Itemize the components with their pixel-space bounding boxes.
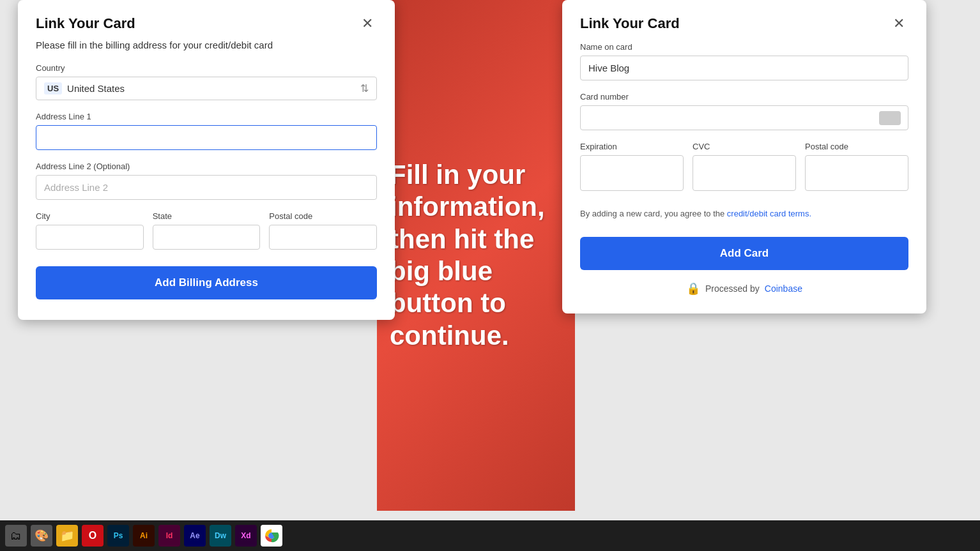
cvc-group: CVC (693, 142, 796, 191)
address2-label: Address Line 2 (Optional) (36, 162, 377, 171)
postal-input-left[interactable] (269, 225, 377, 250)
files-icon[interactable]: 🗂 (5, 525, 27, 547)
ae-icon[interactable]: Ae (184, 525, 206, 547)
billing-address-modal: Link Your Card ✕ Please fill in the bill… (18, 0, 395, 320)
illustrator-icon[interactable]: Ai (133, 525, 155, 547)
address1-group: Address Line 1 (36, 112, 377, 150)
modal-right-title: Link Your Card (580, 15, 680, 32)
expiration-input[interactable] (580, 155, 684, 191)
modal-left-header: Link Your Card ✕ (36, 15, 377, 32)
name-on-card-label: Name on card (580, 42, 908, 52)
taskbar: 🗂 🎨 📁 O Ps Ai Id Ae Dw Xd (0, 520, 980, 551)
address1-label: Address Line 1 (36, 112, 377, 121)
processed-by-section: 🔒 Processed by Coinbase (580, 282, 908, 296)
promo-banner: Fill in your information, then hit the b… (377, 0, 575, 511)
expiration-group: Expiration (580, 142, 684, 191)
card-number-wrapper (580, 105, 908, 130)
card-number-input[interactable] (580, 105, 908, 130)
lock-icon: 🔒 (686, 282, 700, 296)
expiry-cvc-postal-row: Expiration CVC Postal code (580, 142, 908, 202)
card-type-icon (879, 111, 901, 125)
add-billing-address-button[interactable]: Add Billing Address (36, 266, 377, 299)
city-state-postal-row: City State Postal code (36, 211, 377, 261)
city-group: City (36, 211, 144, 250)
opera-icon[interactable]: O (82, 525, 103, 547)
terms-link[interactable]: credit/debit card terms. (727, 209, 811, 218)
modal-right-header: Link Your Card ✕ (580, 15, 908, 32)
expiration-label: Expiration (580, 142, 684, 151)
state-input[interactable] (153, 225, 261, 250)
name-on-card-group: Name on card (580, 42, 908, 80)
cvc-input[interactable] (693, 155, 796, 191)
xd-icon[interactable]: Xd (235, 525, 257, 547)
country-flag: US (44, 82, 62, 94)
country-name: United States (67, 83, 360, 94)
country-select[interactable]: US United States ⇅ (36, 77, 377, 100)
chrome-icon[interactable] (261, 525, 282, 547)
dw-icon[interactable]: Dw (210, 525, 231, 547)
postal-input-right[interactable] (805, 155, 908, 191)
modal-left-close-button[interactable]: ✕ (358, 15, 377, 32)
card-number-label: Card number (580, 92, 908, 102)
postal-label-left: Postal code (269, 211, 377, 221)
country-group: Country US United States ⇅ (36, 63, 377, 100)
postal-group-left: Postal code (269, 211, 377, 250)
coinbase-link[interactable]: Coinbase (765, 283, 802, 294)
name-on-card-input[interactable] (580, 56, 908, 80)
cvc-label: CVC (693, 142, 796, 151)
modal-left-subtitle: Please fill in the billing address for y… (36, 40, 377, 50)
address1-input[interactable] (36, 125, 377, 150)
modal-left-title: Link Your Card (36, 15, 135, 32)
city-input[interactable] (36, 225, 144, 250)
modal-right-close-button[interactable]: ✕ (889, 15, 908, 32)
card-details-modal: Link Your Card ✕ Name on card Card numbe… (562, 0, 926, 313)
postal-label-right: Postal code (805, 142, 908, 151)
postal-group-right: Postal code (805, 142, 908, 191)
paint-icon[interactable]: 🎨 (31, 525, 52, 547)
terms-before: By adding a new card, you agree to the (580, 209, 727, 218)
processed-label: Processed by (705, 283, 760, 294)
terms-text: By adding a new card, you agree to the c… (580, 208, 908, 220)
card-number-group: Card number (580, 92, 908, 130)
country-arrows-icon: ⇅ (360, 82, 369, 94)
address2-group: Address Line 2 (Optional) (36, 162, 377, 200)
photoshop-icon[interactable]: Ps (107, 525, 129, 547)
country-label: Country (36, 63, 377, 73)
address2-input[interactable] (36, 175, 377, 200)
add-card-button[interactable]: Add Card (580, 237, 908, 270)
indesign-icon[interactable]: Id (158, 525, 180, 547)
city-label: City (36, 211, 144, 221)
state-label: State (153, 211, 261, 221)
banner-text: Fill in your information, then hit the b… (390, 159, 562, 352)
state-group: State (153, 211, 261, 250)
folder-icon[interactable]: 📁 (56, 525, 78, 547)
